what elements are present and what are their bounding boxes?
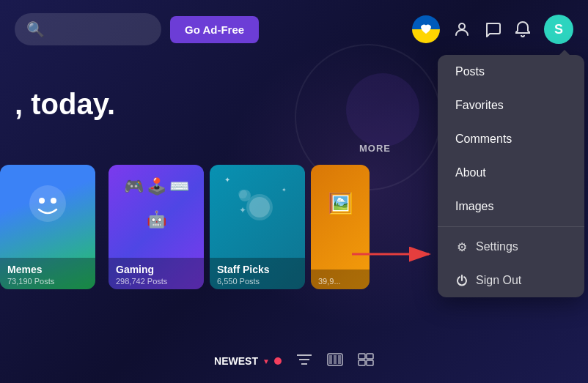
search-icon: 🔍 — [26, 21, 45, 38]
hero-text: , today. — [15, 88, 115, 121]
fourth-card-image: 🖼️ — [311, 165, 370, 242]
svg-point-1 — [29, 185, 66, 222]
space-icon — [232, 179, 283, 227]
filter-icon[interactable] — [296, 353, 312, 370]
planet-small — [346, 73, 419, 146]
svg-rect-15 — [334, 355, 337, 364]
chevron-down-icon: ▼ — [262, 357, 270, 365]
list-view-icon[interactable] — [358, 353, 374, 370]
posts-label: Posts — [455, 65, 485, 78]
user-circle-icon — [453, 21, 471, 38]
search-area[interactable]: 🔍 — [15, 13, 161, 45]
comments-label: Comments — [455, 133, 512, 146]
go-ad-free-button[interactable]: Go Ad-Free — [170, 16, 259, 43]
newest-sort-button[interactable]: NEWEST ▼ — [214, 355, 282, 367]
chat-bubble-icon — [484, 21, 501, 38]
fourth-card-label: 39,9... — [311, 269, 370, 289]
dropdown-item-comments[interactable]: Comments — [438, 122, 584, 156]
gaming-card-image: 🎮 🕹️ ⌨️ 🤖 — [109, 165, 204, 242]
staff-picks-posts: 6,550 Posts — [217, 277, 298, 286]
settings-icon: ⚙ — [455, 240, 468, 253]
bottom-bar: NEWEST ▼ — [0, 339, 588, 383]
dropdown-item-favorites[interactable]: Favorites — [438, 89, 584, 122]
dropdown-item-about[interactable]: About — [438, 156, 584, 190]
memes-posts: 73,190 Posts — [7, 277, 88, 286]
header: 🔍 Go Ad-Free S — [0, 0, 588, 59]
header-icons: S — [412, 15, 573, 44]
gaming-card[interactable]: 🎮 🕹️ ⌨️ 🤖 Gaming 298,742 Posts — [109, 165, 204, 289]
user-avatar[interactable]: S — [544, 15, 573, 44]
newest-badge — [274, 357, 282, 365]
grid-squares-icon — [358, 353, 374, 366]
more-label: MORE — [359, 143, 391, 154]
memes-card-label: Memes 73,190 Posts — [0, 258, 95, 289]
about-label: About — [455, 166, 486, 179]
signout-icon-svg — [456, 275, 468, 286]
svg-point-0 — [459, 23, 465, 29]
gamepad-icon: 🎮 — [124, 177, 144, 196]
settings-label: Settings — [476, 240, 518, 253]
signout-label: Sign Out — [476, 274, 521, 287]
dropdown-item-settings[interactable]: ⚙ Settings — [438, 230, 584, 264]
dropdown-item-signout[interactable]: Sign Out — [438, 264, 584, 297]
joystick-icon: 🕹️ — [147, 177, 166, 196]
svg-point-3 — [51, 198, 56, 204]
chat-icon[interactable] — [484, 21, 501, 38]
gaming-posts: 298,742 Posts — [116, 277, 196, 286]
fourth-card-posts: 39,9... — [318, 277, 362, 286]
dropdown-item-posts[interactable]: Posts — [438, 55, 584, 89]
grid-view-icon[interactable] — [327, 353, 343, 370]
svg-rect-19 — [359, 360, 365, 365]
newest-label: NEWEST — [214, 355, 258, 367]
svg-rect-17 — [359, 354, 365, 359]
images-label: Images — [455, 200, 493, 213]
filmstrip-icon — [327, 353, 343, 366]
gaming-title: Gaming — [116, 264, 196, 275]
svg-point-2 — [39, 198, 45, 204]
svg-rect-20 — [367, 360, 373, 365]
svg-rect-18 — [367, 354, 373, 359]
svg-point-5 — [249, 197, 270, 217]
power-icon — [455, 274, 468, 287]
dropdown-menu: Posts Favorites Comments About Images ⚙ … — [438, 55, 584, 297]
gaming-icons: 🎮 🕹️ ⌨️ 🤖 — [109, 165, 204, 242]
filter-lines-icon — [296, 353, 312, 366]
svg-point-7 — [238, 190, 247, 198]
staff-picks-label: Staff Picks 6,550 Posts — [210, 258, 305, 289]
star-1: ✦ — [224, 176, 230, 184]
dropdown-caret — [557, 50, 572, 57]
staff-picks-title: Staff Picks — [217, 264, 298, 275]
profile-icon[interactable] — [453, 21, 471, 38]
staff-picks-card[interactable]: ✦ ✦ ✦ Staff Picks 6,550 Posts — [210, 165, 305, 289]
svg-rect-14 — [329, 355, 332, 364]
dropdown-item-images[interactable]: Images — [438, 190, 584, 223]
memes-card-image — [0, 165, 95, 242]
robot-icon: 🤖 — [147, 210, 166, 229]
memes-card[interactable]: Memes 73,190 Posts — [0, 165, 95, 289]
star-3: ✦ — [239, 205, 246, 215]
memes-icon — [26, 182, 70, 226]
keyboard-icon: ⌨️ — [169, 177, 189, 196]
gaming-card-label: Gaming 298,742 Posts — [109, 258, 204, 289]
notification-bell-icon — [515, 21, 531, 38]
star-2: ✦ — [282, 187, 287, 193]
svg-rect-16 — [338, 355, 341, 364]
dropdown-divider — [438, 226, 584, 227]
ukraine-flag-icon[interactable] — [412, 15, 440, 43]
memes-title: Memes — [7, 264, 88, 275]
favorites-label: Favorites — [455, 99, 504, 112]
bell-icon[interactable] — [515, 21, 531, 38]
fourth-card-icon: 🖼️ — [328, 191, 353, 215]
fourth-card[interactable]: 🖼️ 39,9... — [311, 165, 370, 289]
heart-svg — [419, 23, 433, 35]
